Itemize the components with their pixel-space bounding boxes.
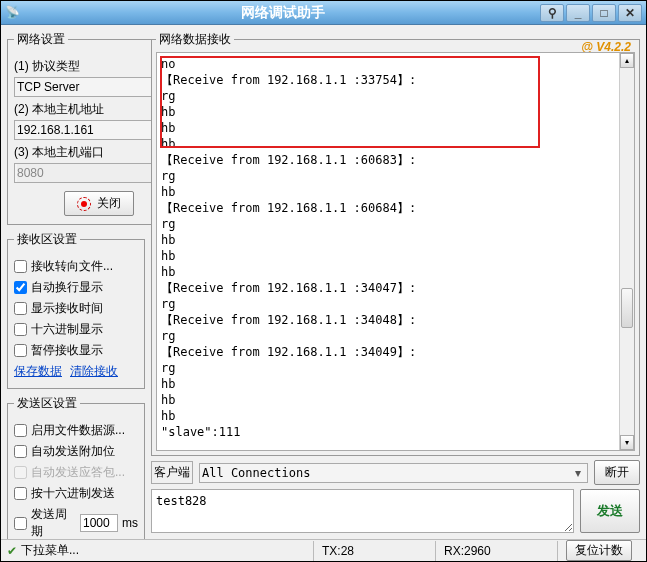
right-column: 网络数据接收 @ V4.2.2 no 【Receive from 192.168… bbox=[151, 31, 640, 533]
status-menu-label: 下拉菜单... bbox=[21, 542, 79, 559]
client-select[interactable]: ▾ bbox=[199, 463, 588, 483]
send-settings-group: 发送区设置 启用文件数据源... 自动发送附加位 自动发送应答包... 按十六进… bbox=[7, 395, 145, 539]
scroll-down-button[interactable]: ▾ bbox=[620, 435, 634, 450]
scroll-up-button[interactable]: ▴ bbox=[620, 53, 634, 68]
show-time-row[interactable]: 显示接收时间 bbox=[14, 300, 138, 317]
reset-counter-button[interactable]: 复位计数 bbox=[566, 540, 632, 561]
auto-reply-row: 自动发送应答包... bbox=[14, 464, 138, 481]
hex-show-row[interactable]: 十六进制显示 bbox=[14, 321, 138, 338]
auto-wrap-checkbox[interactable] bbox=[14, 281, 27, 294]
title-bar: 📡 网络调试助手 ⚲ _ □ ✕ bbox=[1, 1, 646, 25]
file-source-checkbox[interactable] bbox=[14, 424, 27, 437]
hex-send-checkbox[interactable] bbox=[14, 487, 27, 500]
chevron-down-icon[interactable]: ▾ bbox=[571, 466, 585, 480]
clear-recv-link[interactable]: 清除接收 bbox=[70, 363, 118, 380]
close-icon: ✕ bbox=[625, 6, 635, 20]
send-button[interactable]: 发送 bbox=[580, 489, 640, 533]
record-icon bbox=[77, 197, 91, 211]
close-connection-button[interactable]: 关闭 bbox=[64, 191, 134, 216]
send-settings-legend: 发送区设置 bbox=[14, 395, 80, 412]
close-window-button[interactable]: ✕ bbox=[618, 4, 642, 22]
auto-reply-checkbox bbox=[14, 466, 27, 479]
content-area: 网络设置 (1) 协议类型 ▾ (2) 本地主机地址 ▾ (3) 本地主机端口 bbox=[1, 25, 646, 539]
pin-button[interactable]: ⚲ bbox=[540, 4, 564, 22]
auto-append-checkbox[interactable] bbox=[14, 445, 27, 458]
maximize-icon: □ bbox=[600, 6, 607, 20]
reset-cell: 复位计数 bbox=[557, 541, 640, 561]
protocol-value[interactable] bbox=[17, 78, 167, 96]
status-bar: ✔ 下拉菜单... TX:28 RX:2960 复位计数 bbox=[1, 539, 646, 561]
period-value-input[interactable] bbox=[80, 514, 118, 532]
auto-wrap-row[interactable]: 自动换行显示 bbox=[14, 279, 138, 296]
client-label: 客户端 bbox=[151, 461, 193, 484]
receive-panel: 网络数据接收 @ V4.2.2 no 【Receive from 192.168… bbox=[151, 31, 640, 456]
client-row: 客户端 ▾ 断开 bbox=[151, 460, 640, 485]
recv-to-file-row[interactable]: 接收转向文件... bbox=[14, 258, 138, 275]
hex-send-row[interactable]: 按十六进制发送 bbox=[14, 485, 138, 502]
pause-recv-checkbox[interactable] bbox=[14, 344, 27, 357]
receive-panel-legend: 网络数据接收 bbox=[156, 31, 234, 48]
close-connection-label: 关闭 bbox=[97, 195, 121, 212]
recv-to-file-checkbox[interactable] bbox=[14, 260, 27, 273]
show-time-checkbox[interactable] bbox=[14, 302, 27, 315]
app-icon: 📡 bbox=[5, 5, 21, 21]
receive-textarea[interactable]: no 【Receive from 192.168.1.1 :33754】: rg… bbox=[156, 52, 635, 451]
pause-recv-row[interactable]: 暂停接收显示 bbox=[14, 342, 138, 359]
disconnect-button[interactable]: 断开 bbox=[594, 460, 640, 485]
save-data-link[interactable]: 保存数据 bbox=[14, 363, 62, 380]
tx-counter: TX:28 bbox=[313, 541, 433, 561]
left-column: 网络设置 (1) 协议类型 ▾ (2) 本地主机地址 ▾ (3) 本地主机端口 bbox=[7, 31, 145, 533]
send-input[interactable] bbox=[151, 489, 574, 533]
receive-text-content: no 【Receive from 192.168.1.1 :33754】: rg… bbox=[157, 53, 619, 450]
send-row: 发送 bbox=[151, 489, 640, 533]
app-window: 📡 网络调试助手 ⚲ _ □ ✕ 网络设置 (1) 协议类型 ▾ (2) 本地主… bbox=[0, 0, 647, 562]
rx-counter: RX:2960 bbox=[435, 541, 555, 561]
scroll-track[interactable] bbox=[620, 68, 634, 435]
minimize-button[interactable]: _ bbox=[566, 4, 590, 22]
scroll-thumb[interactable] bbox=[621, 288, 633, 328]
auto-append-row[interactable]: 自动发送附加位 bbox=[14, 443, 138, 460]
file-source-row[interactable]: 启用文件数据源... bbox=[14, 422, 138, 439]
client-value[interactable] bbox=[202, 464, 571, 482]
scrollbar[interactable]: ▴ ▾ bbox=[619, 53, 634, 450]
window-title: 网络调试助手 bbox=[25, 4, 540, 22]
network-settings-legend: 网络设置 bbox=[14, 31, 68, 48]
receive-settings-group: 接收区设置 接收转向文件... 自动换行显示 显示接收时间 十六进制显示 暂停接… bbox=[7, 231, 145, 389]
minimize-icon: _ bbox=[575, 6, 582, 20]
ready-icon: ✔ bbox=[7, 544, 17, 558]
period-send-row[interactable]: 发送周期 ms bbox=[14, 506, 138, 539]
hex-show-checkbox[interactable] bbox=[14, 323, 27, 336]
status-menu[interactable]: ✔ 下拉菜单... bbox=[7, 542, 311, 559]
period-send-checkbox[interactable] bbox=[14, 517, 27, 530]
local-ip-value[interactable] bbox=[17, 121, 167, 139]
receive-settings-legend: 接收区设置 bbox=[14, 231, 80, 248]
pushpin-icon: ⚲ bbox=[548, 6, 557, 20]
maximize-button[interactable]: □ bbox=[592, 4, 616, 22]
